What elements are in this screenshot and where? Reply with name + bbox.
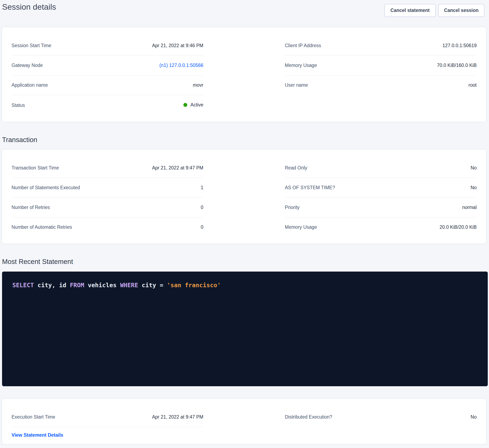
- user-name-row: User name root: [285, 75, 477, 95]
- row-label: Memory Usage: [285, 225, 321, 230]
- sql-plain-token: city, id: [34, 282, 70, 289]
- row-label: Read Only: [285, 166, 311, 170]
- session-summary-card: Session Start Time Apr 21, 2022 at 9:46 …: [2, 27, 486, 122]
- view-statement-details-link[interactable]: View Statement Details: [12, 432, 63, 438]
- page-header: Session details Cancel statement Cancel …: [0, 0, 489, 17]
- cancel-statement-button[interactable]: Cancel statement: [384, 4, 435, 17]
- row-label: Number of Statements Executed: [12, 185, 84, 190]
- row-value: No: [471, 166, 477, 170]
- read-only-row: Read Only No: [285, 158, 477, 178]
- most-recent-statement-heading: Most Recent Statement: [2, 258, 489, 265]
- view-statement-details-row: View Statement Details: [12, 427, 203, 438]
- row-value: 1: [201, 185, 203, 190]
- row-label: Memory Usage: [285, 63, 321, 68]
- transaction-start-time-row: Transaction Start Time Apr 21, 2022 at 9…: [12, 158, 203, 178]
- session-summary-right-column: Client IP Address 127.0.0.1:50619 Memory…: [285, 36, 477, 95]
- row-label: Execution Start Time: [12, 415, 59, 419]
- row-value: movr: [193, 83, 203, 88]
- gateway-node-link[interactable]: (n1) 127.0.0.1:50566: [159, 63, 203, 68]
- row-value: root: [468, 83, 477, 88]
- client-ip-row: Client IP Address 127.0.0.1:50619: [285, 36, 477, 56]
- row-label: AS OF SYSTEM TIME?: [285, 185, 339, 190]
- row-value: normal: [462, 205, 477, 210]
- sql-plain-token: city =: [138, 282, 167, 289]
- transaction-summary-card: Transaction Start Time Apr 21, 2022 at 9…: [2, 149, 486, 244]
- sql-keyword-token: WHERE: [120, 282, 138, 289]
- transaction-left-column: Transaction Start Time Apr 21, 2022 at 9…: [12, 158, 203, 237]
- session-summary-left-column: Session Start Time Apr 21, 2022 at 9:46 …: [12, 36, 203, 115]
- transaction-memory-usage-row: Memory Usage 20.0 KiB/20.0 KiB: [285, 217, 477, 237]
- row-label: Application name: [12, 83, 52, 88]
- row-label: Distributed Execution?: [285, 415, 336, 419]
- transaction-section-heading: Transaction: [2, 136, 489, 143]
- status-row: Status Active: [12, 95, 203, 115]
- distributed-execution-row: Distributed Execution? No: [285, 407, 477, 427]
- sql-string-token: 'san francisco': [167, 282, 221, 289]
- sql-plain-token: vehicles: [84, 282, 120, 289]
- row-label: Number of Automatic Retries: [12, 225, 76, 230]
- status-active-dot-icon: [183, 103, 187, 107]
- execution-start-time-row: Execution Start Time Apr 21, 2022 at 9:4…: [12, 407, 203, 427]
- page-title: Session details: [2, 2, 56, 12]
- retries-row: Number of Retries 0: [12, 198, 203, 217]
- row-value: 127.0.0.1:50619: [442, 43, 477, 48]
- application-name-row: Application name movr: [12, 75, 203, 95]
- session-memory-usage-row: Memory Usage 70.0 KiB/160.0 KiB: [285, 56, 477, 75]
- execution-left-column: Execution Start Time Apr 21, 2022 at 9:4…: [12, 407, 203, 438]
- statements-executed-row: Number of Statements Executed 1: [12, 178, 203, 198]
- row-value: Apr 21, 2022 at 9:47 PM: [152, 415, 203, 419]
- row-value: No: [471, 185, 477, 190]
- row-value: Apr 21, 2022 at 9:47 PM: [152, 166, 203, 170]
- execution-right-column: Distributed Execution? No: [285, 407, 477, 427]
- as-of-system-time-row: AS OF SYSTEM TIME? No: [285, 178, 477, 198]
- sql-code-block: SELECT city, id FROM vehicles WHERE city…: [2, 272, 488, 386]
- sql-keyword-token: FROM: [70, 282, 84, 289]
- priority-row: Priority normal: [285, 198, 477, 217]
- row-label: Priority: [285, 205, 304, 210]
- automatic-retries-row: Number of Automatic Retries 0: [12, 217, 203, 237]
- session-start-time-row: Session Start Time Apr 21, 2022 at 9:46 …: [12, 36, 203, 56]
- transaction-right-column: Read Only No AS OF SYSTEM TIME? No Prior…: [285, 158, 477, 237]
- sql-statement-text: SELECT city, id FROM vehicles WHERE city…: [12, 281, 477, 290]
- row-value: Apr 21, 2022 at 9:46 PM: [152, 43, 203, 48]
- row-value: 70.0 KiB/160.0 KiB: [437, 63, 477, 68]
- status-text: Active: [190, 102, 203, 107]
- row-value: 0: [201, 225, 203, 230]
- row-value: 20.0 KiB/20.0 KiB: [440, 225, 477, 230]
- row-value: No: [471, 415, 477, 419]
- row-label: Client IP Address: [285, 43, 325, 48]
- status-badge: Active: [183, 102, 203, 107]
- row-label: Number of Retries: [12, 205, 54, 210]
- row-value: 0: [201, 205, 203, 210]
- row-label: Status: [12, 103, 29, 108]
- row-label: User name: [285, 83, 312, 88]
- execution-summary-card: Execution Start Time Apr 21, 2022 at 9:4…: [2, 398, 486, 444]
- gateway-node-row: Gateway Node (n1) 127.0.0.1:50566: [12, 56, 203, 75]
- sql-keyword-token: SELECT: [12, 282, 34, 289]
- row-label: Transaction Start Time: [12, 166, 63, 170]
- cancel-session-button[interactable]: Cancel session: [438, 4, 484, 17]
- row-label: Gateway Node: [12, 63, 47, 68]
- row-label: Session Start Time: [12, 43, 55, 48]
- header-actions: Cancel statement Cancel session: [382, 4, 484, 17]
